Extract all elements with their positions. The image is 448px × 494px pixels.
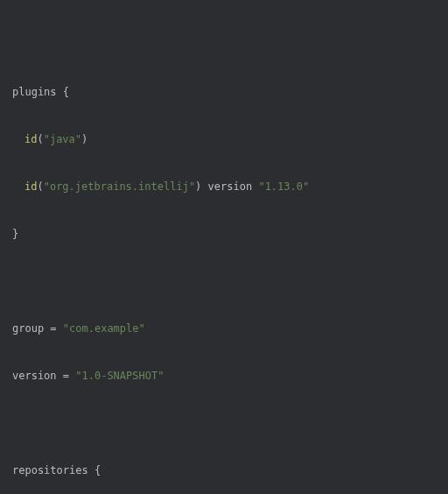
code-line: group = "com.example"	[12, 321, 436, 336]
blank-line	[12, 273, 436, 289]
code-line: id("org.jetbrains.intellij") version "1.…	[12, 179, 436, 194]
code-line: id("java")	[12, 131, 436, 147]
code-line: repositories {	[12, 462, 436, 478]
code-line: version = "1.0-SNAPSHOT"	[12, 368, 436, 384]
blank-line	[12, 415, 436, 431]
code-line: plugins {	[12, 84, 436, 100]
copy-icon[interactable]	[424, 5, 439, 21]
code-editor[interactable]: plugins { id("java") id("org.jetbrains.i…	[0, 0, 448, 494]
code-line: }	[12, 226, 436, 242]
